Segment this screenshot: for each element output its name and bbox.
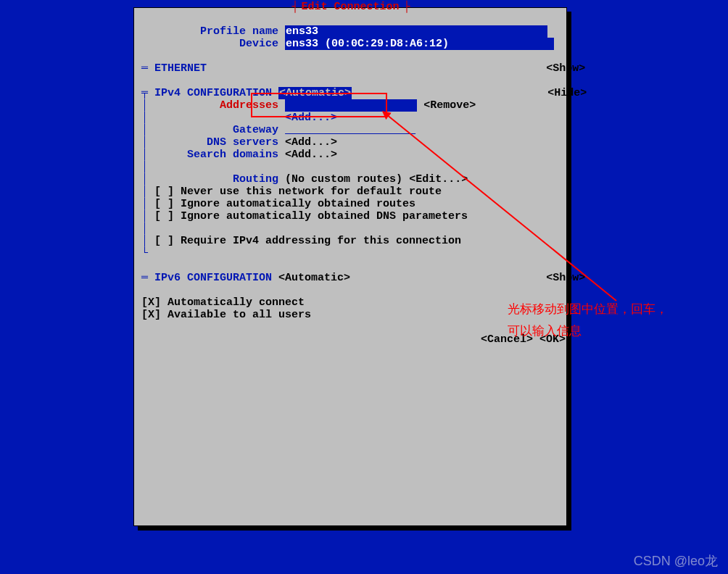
ethernet-show[interactable]: <Show> — [546, 62, 585, 75]
gateway-label: Gateway — [233, 124, 278, 136]
routing-label: Routing — [233, 173, 278, 186]
annotation-text: 光标移动到图中位置，回车， 可以输入信息 — [508, 299, 668, 342]
ipv6-mode[interactable]: <Automatic> — [278, 272, 350, 284]
addresses-label: Addresses — [220, 99, 278, 112]
cb-ignore-routes[interactable]: [ ] Ignore automatically obtained routes — [154, 198, 415, 210]
cb-require-ipv4[interactable]: [ ] Require IPv4 addressing for this con… — [154, 235, 461, 247]
routing-edit[interactable]: <Edit...> — [409, 173, 468, 186]
title-bracket-right: ├ — [404, 1, 409, 13]
cb-auto-connect[interactable]: [X] Automatically connect — [141, 296, 305, 309]
gateway-input[interactable] — [285, 124, 415, 136]
profile-name-field[interactable]: ens33 — [285, 25, 547, 38]
dialog-title: Edit Connection — [301, 1, 399, 13]
dns-label: DNS servers — [207, 136, 278, 149]
ipv4-end: └ — [141, 247, 148, 259]
ethernet-heading: ETHERNET — [154, 62, 207, 75]
ethernet-mark: ═ — [141, 62, 148, 75]
dialog-content: Profile name ens33 Device ens33 (00:0C:2… — [141, 25, 559, 346]
search-add[interactable]: <Add...> — [285, 149, 337, 161]
ipv6-show[interactable]: <Show> — [546, 272, 585, 284]
cb-all-users[interactable]: [X] Available to all users — [141, 309, 311, 321]
dialog-title-bar: ┤ Edit Connection ├ — [134, 1, 566, 13]
ipv4-mode-select[interactable]: <Automatic> — [278, 87, 352, 99]
ipv6-mark: ═ — [141, 272, 148, 284]
cb-never-default[interactable]: [ ] Never use this network for default r… — [154, 186, 442, 198]
cb-ignore-dns[interactable]: [ ] Ignore automatically obtained DNS pa… — [154, 210, 468, 222]
addresses-input[interactable] — [285, 99, 417, 112]
addresses-add[interactable]: <Add...> — [285, 112, 337, 124]
ipv6-heading: IPv6 CONFIGURATION — [154, 272, 272, 284]
profile-name-label: Profile name — [200, 25, 278, 38]
device-field[interactable]: ens33 (00:0C:29:D8:A6:12) — [285, 38, 554, 50]
ipv4-heading: IPv4 CONFIGURATION — [154, 87, 272, 99]
addresses-remove[interactable]: <Remove> — [423, 99, 476, 112]
ipv4-mark: ╤ — [141, 87, 148, 99]
ipv4-hide[interactable]: <Hide> — [547, 87, 587, 99]
device-label: Device — [239, 38, 278, 50]
dns-add[interactable]: <Add...> — [285, 136, 337, 149]
routing-value: (No custom routes) — [285, 173, 402, 186]
title-bracket-left: ┤ — [291, 1, 297, 13]
search-label: Search domains — [187, 149, 278, 161]
dialog-panel: ┤ Edit Connection ├ Profile name ens33 D… — [133, 7, 567, 526]
watermark: CSDN @leo龙 — [634, 552, 718, 570]
